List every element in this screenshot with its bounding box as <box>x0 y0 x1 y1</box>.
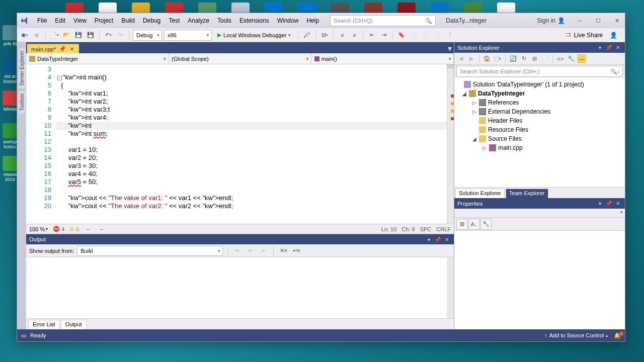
menu-view[interactable]: View <box>70 15 90 26</box>
live-share-button[interactable]: ⮆ Live Share 👤 <box>560 32 622 39</box>
taskbar-app[interactable] <box>231 3 250 14</box>
pin-icon[interactable]: 📌 <box>605 44 613 52</box>
tab-solution-explorer[interactable]: Solution Explorer <box>455 189 505 198</box>
window-position-icon[interactable]: ▾ <box>596 44 604 52</box>
properties-button[interactable]: 🔧 <box>567 54 576 63</box>
warning-count[interactable]: ⚠0 <box>69 226 79 232</box>
splitter-handle[interactable] <box>447 64 454 68</box>
new-project-button[interactable]: 📄▾ <box>49 30 59 40</box>
alphabetical-button[interactable]: A↓ <box>468 219 479 230</box>
menu-tools[interactable]: Tools <box>214 15 235 26</box>
close-button[interactable]: ✕ <box>609 15 625 26</box>
tab-output[interactable]: Output <box>61 320 87 329</box>
bookmark-button[interactable]: 🔖 <box>396 30 407 40</box>
solution-node[interactable]: Solution 'DataTypeInteger' (1 of 1 proje… <box>454 80 625 89</box>
tab-team-explorer[interactable]: Team Explorer <box>506 189 548 198</box>
tab-error-list[interactable]: Error List <box>28 320 60 329</box>
expand-icon[interactable]: ▷ <box>481 145 487 151</box>
find-in-files-button[interactable]: 🔎 <box>302 30 312 40</box>
forward-button[interactable]: ◉ <box>32 30 42 40</box>
resource-files-node[interactable]: Resource Files <box>454 125 625 134</box>
close-tab-icon[interactable]: ✕ <box>69 46 75 52</box>
taskbar-app[interactable] <box>364 3 382 14</box>
menu-window[interactable]: Window <box>274 15 302 26</box>
code-area[interactable]: -"kw">int main() { "kw">int var1; "kw">i… <box>56 64 447 224</box>
show-all-files-button[interactable]: 📄 <box>540 54 549 63</box>
close-icon[interactable]: ✕ <box>614 200 622 208</box>
toolbox-tab[interactable]: Toolbox <box>18 90 26 114</box>
refresh-button[interactable]: ↻ <box>519 54 528 63</box>
undo-button[interactable]: ↶▾ <box>103 30 113 40</box>
menu-help[interactable]: Help <box>303 15 323 26</box>
member-dropdown[interactable]: main() <box>311 53 454 64</box>
notifications-button[interactable]: 🔔2 <box>614 332 621 339</box>
collapse-icon[interactable]: ◢ <box>471 136 477 142</box>
output-tool-button[interactable]: ⇤ <box>232 246 243 256</box>
prev-issue-button[interactable]: ← <box>84 225 92 233</box>
toolbar-button[interactable]: ⬚ <box>421 30 431 40</box>
menu-extensions[interactable]: Extensions <box>236 15 273 26</box>
scrollbar-overview[interactable] <box>447 64 454 224</box>
sync-button[interactable]: 🔄 <box>509 54 518 63</box>
source-file-main-cpp[interactable]: ▷main.cpp <box>454 143 625 152</box>
window-position-icon[interactable]: ▾ <box>596 200 604 208</box>
properties-button[interactable]: 🔧 <box>480 219 492 230</box>
output-source-select[interactable]: Build <box>77 246 223 256</box>
window-layout-icon[interactable]: ▭ <box>21 332 26 339</box>
toolbar-button[interactable]: ⬚▾ <box>493 54 502 63</box>
taskbar-app[interactable] <box>331 3 349 14</box>
taskbar-app[interactable] <box>431 3 449 14</box>
solution-tree[interactable]: Solution 'DataTypeInteger' (1 of 1 proje… <box>454 78 625 187</box>
minimize-button[interactable]: ─ <box>572 15 588 26</box>
maximize-button[interactable]: ☐ <box>590 15 606 26</box>
decrease-indent-button[interactable]: ⇤ <box>367 30 377 40</box>
external-deps-node[interactable]: ▷External Dependencies <box>454 107 625 116</box>
file-tab-main-cpp[interactable]: main.cpp* 📌 ✕ <box>27 44 79 53</box>
project-dropdown[interactable]: DataTypeInteger <box>26 53 169 64</box>
preview-button[interactable]: — <box>577 54 586 63</box>
toolbar-button[interactable]: ⬚ <box>433 30 443 40</box>
save-all-button[interactable]: 💾 <box>86 30 96 40</box>
categorized-button[interactable]: ⊞ <box>456 219 467 230</box>
solution-search-input[interactable]: Search Solution Explorer (Ctrl+;) 🔍▾ <box>456 66 623 77</box>
quick-launch-search[interactable]: Search (Ctrl+Q) 🔍 <box>330 15 436 26</box>
solution-config-select[interactable]: Debug <box>133 30 162 41</box>
header-files-node[interactable]: Header Files <box>454 116 625 125</box>
view-code-button[interactable]: <> <box>556 54 565 63</box>
toolbar-overflow[interactable]: ⋮ <box>445 30 455 40</box>
pin-icon[interactable]: 📌 <box>434 235 442 243</box>
back-button[interactable]: ◉▾ <box>20 30 30 40</box>
next-issue-button[interactable]: → <box>97 225 105 233</box>
solution-platform-select[interactable]: x86 <box>164 30 212 41</box>
back-button[interactable]: ◀ <box>456 54 465 63</box>
scope-dropdown[interactable]: (Global Scope) <box>169 53 311 64</box>
expand-icon[interactable]: ▷ <box>471 109 477 115</box>
output-scrollbar[interactable] <box>447 257 454 318</box>
toggle-word-wrap-button[interactable]: ↩≡ <box>291 246 301 256</box>
menu-test[interactable]: Test <box>165 15 183 26</box>
toolbar-button[interactable]: ⊟▾ <box>319 30 330 40</box>
collapse-all-button[interactable]: ⊟ <box>530 54 539 63</box>
properties-object-select[interactable] <box>454 209 625 218</box>
project-node[interactable]: ◢DataTypeInteger <box>454 89 625 98</box>
menu-build[interactable]: Build <box>118 15 138 26</box>
taskbar-app[interactable] <box>298 3 316 14</box>
save-button[interactable]: 💾 <box>73 30 84 40</box>
code-editor[interactable]: 34567891011121314151617181920 -"kw">int … <box>26 64 454 224</box>
start-debugging-button[interactable]: ▶Local Windows Debugger▾ <box>214 30 294 41</box>
taskbar-app[interactable] <box>165 3 183 14</box>
taskbar-app[interactable] <box>65 3 84 14</box>
zoom-dropdown[interactable]: 100 % ▾ <box>29 226 48 232</box>
menu-debug[interactable]: Debug <box>139 15 164 26</box>
close-icon[interactable]: ✕ <box>443 235 451 243</box>
source-files-node[interactable]: ◢Source Files <box>454 134 625 143</box>
toolbar-button[interactable]: ⬚ <box>409 30 419 40</box>
output-text[interactable] <box>26 257 447 318</box>
error-count[interactable]: ⛔4 <box>53 226 64 232</box>
menu-analyze[interactable]: Analyze <box>184 15 213 26</box>
properties-grid[interactable] <box>454 231 625 329</box>
uncomment-button[interactable]: ≡ <box>349 30 359 40</box>
taskbar-app[interactable] <box>397 3 416 14</box>
server-explorer-tab[interactable]: Server Explorer <box>18 47 26 89</box>
taskbar-app[interactable] <box>198 3 216 14</box>
